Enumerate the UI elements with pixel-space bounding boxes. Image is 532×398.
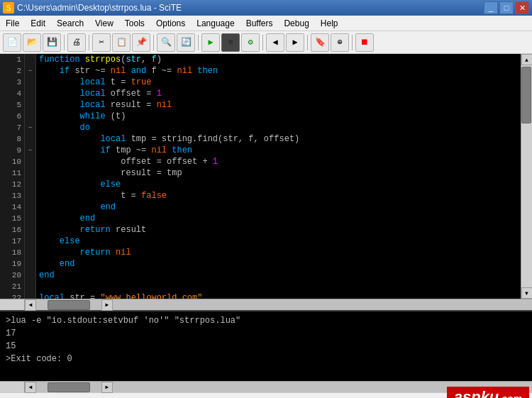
menu-view[interactable]: View xyxy=(89,16,119,31)
menu-options[interactable]: Options xyxy=(150,16,191,31)
line-num-8: 8 xyxy=(1,133,21,145)
fold-10 xyxy=(25,156,35,167)
fold-18 xyxy=(25,247,35,258)
scroll-up-button[interactable]: ▲ xyxy=(521,54,533,65)
editor-area: 1 2 3 4 5 6 7 8 9 10 11 12 13 14 15 16 1… xyxy=(0,54,532,299)
code-line-16: return result xyxy=(39,224,518,236)
close-button[interactable]: ✕ xyxy=(515,1,529,14)
console-hscroll-thumb[interactable] xyxy=(48,382,90,392)
cut-button[interactable]: ✂ xyxy=(92,33,111,52)
goto-button[interactable]: ⊕ xyxy=(331,33,349,52)
code-line-1: function strrpos ( str , f ) xyxy=(39,54,518,65)
console-output-1: 17 xyxy=(6,327,526,340)
console-output-2: 15 xyxy=(6,340,526,353)
code-line-7: do xyxy=(39,122,518,133)
toolbar-separator-2 xyxy=(89,35,89,50)
compile-button[interactable]: ⚙ xyxy=(241,33,260,52)
fold-12 xyxy=(25,179,35,190)
fn-strrpos: strrpos xyxy=(85,54,121,65)
aspku-main: aspku xyxy=(454,388,499,398)
line-num-11: 11 xyxy=(1,167,21,179)
menu-search[interactable]: Search xyxy=(51,16,89,31)
code-line-4: local offset = 1 xyxy=(39,88,518,99)
toolbar-separator-7 xyxy=(352,35,353,50)
menu-bar: File Edit Search View Tools Options Lang… xyxy=(0,16,532,31)
fold-19 xyxy=(25,258,35,270)
title-bar-left: S C:\Users\admin\Desktop\strrpos.lua - S… xyxy=(3,2,182,13)
menu-buffers[interactable]: Buffers xyxy=(240,16,279,31)
menu-tools[interactable]: Tools xyxy=(119,16,150,31)
code-line-5: local result = nil xyxy=(39,99,518,111)
toolbar-separator-5 xyxy=(262,35,263,50)
fold-9[interactable]: − xyxy=(25,145,35,156)
bookmark-button[interactable]: 🔖 xyxy=(311,33,329,52)
line-num-2: 2 xyxy=(1,65,21,77)
line-num-15: 15 xyxy=(1,213,21,224)
line-num-9: 9 xyxy=(1,145,21,156)
fold-7[interactable]: − xyxy=(25,122,35,133)
fold-21 xyxy=(25,281,35,292)
fold-column: − − − xyxy=(25,54,36,299)
next-button[interactable]: ▶ xyxy=(286,33,304,52)
fold-22 xyxy=(25,292,35,304)
paste-button[interactable]: 📌 xyxy=(132,33,150,52)
menu-debug[interactable]: Debug xyxy=(278,16,314,31)
stop-button[interactable]: ■ xyxy=(221,33,240,52)
console-hscroll-left[interactable]: ◀ xyxy=(25,382,36,393)
console-command-text: >lua -e "io.stdout:setvbuf 'no'" "strrpo… xyxy=(6,316,240,326)
editor-hscrollbar: ◀ ▶ xyxy=(0,299,532,310)
debug-stop-button[interactable]: ⏹ xyxy=(355,33,374,52)
line-num-10: 10 xyxy=(1,156,21,167)
hscroll-right-arrow[interactable]: ▶ xyxy=(101,299,113,311)
line-num-22: 22 xyxy=(1,292,21,299)
code-line-10: offset = offset + 1 xyxy=(39,156,518,167)
title-bar: S C:\Users\admin\Desktop\strrpos.lua - S… xyxy=(0,0,532,16)
maximize-button[interactable]: □ xyxy=(499,1,514,14)
code-editor[interactable]: function strrpos ( str , f ) if str ~= n… xyxy=(36,54,521,299)
fold-15 xyxy=(25,213,35,224)
new-button[interactable]: 📄 xyxy=(3,33,21,52)
fold-2[interactable]: − xyxy=(25,65,35,77)
code-line-6: while (t) xyxy=(39,111,518,122)
copy-button[interactable]: 📋 xyxy=(112,33,131,52)
fold-6 xyxy=(25,111,35,122)
line-num-13: 13 xyxy=(1,190,21,201)
find-button[interactable]: 🔍 xyxy=(157,33,175,52)
open-button[interactable]: 📂 xyxy=(23,33,41,52)
code-line-13: t = false xyxy=(39,190,518,201)
code-line-17: else xyxy=(39,236,518,247)
menu-help[interactable]: Help xyxy=(315,16,344,31)
hscroll-thumb[interactable] xyxy=(48,300,90,310)
save-button[interactable]: 💾 xyxy=(43,33,61,52)
line-num-4: 4 xyxy=(1,88,21,99)
code-line-14: end xyxy=(39,201,518,213)
minimize-button[interactable]: _ xyxy=(484,1,498,14)
fold-5 xyxy=(25,99,35,111)
print-button[interactable]: 🖨 xyxy=(67,33,86,52)
console-hscroll-right[interactable]: ▶ xyxy=(101,382,113,393)
run-button[interactable]: ▶ xyxy=(201,33,220,52)
scroll-thumb-v[interactable] xyxy=(521,67,531,123)
code-line-18: return nil xyxy=(39,247,518,258)
prev-button[interactable]: ◀ xyxy=(266,33,284,52)
line-num-20: 20 xyxy=(1,270,21,281)
menu-file[interactable]: File xyxy=(0,16,25,31)
aspku-brand: aspku.com 免费网站模板下载站 xyxy=(447,387,529,398)
fold-20 xyxy=(25,270,35,281)
code-line-11: result = tmp xyxy=(39,167,518,179)
scroll-down-button[interactable]: ▼ xyxy=(521,287,533,299)
menu-language[interactable]: Language xyxy=(191,16,240,31)
title-bar-controls[interactable]: _ □ ✕ xyxy=(484,1,529,14)
code-line-21 xyxy=(39,281,518,292)
menu-edit[interactable]: Edit xyxy=(25,16,51,31)
hscroll-track[interactable]: ◀ ▶ xyxy=(25,299,532,310)
fold-24 xyxy=(25,315,35,326)
line-numbers: 1 2 3 4 5 6 7 8 9 10 11 12 13 14 15 16 1… xyxy=(0,54,25,299)
fold-11 xyxy=(25,167,35,179)
replace-button[interactable]: 🔄 xyxy=(177,33,195,52)
fold-13 xyxy=(25,190,35,201)
code-line-22: local str = "www.helloworld.com" xyxy=(39,292,518,299)
line-num-3: 3 xyxy=(1,77,21,88)
vertical-scrollbar[interactable]: ▲ ▼ xyxy=(521,54,532,299)
window-title: C:\Users\admin\Desktop\strrpos.lua - Sci… xyxy=(17,3,182,13)
